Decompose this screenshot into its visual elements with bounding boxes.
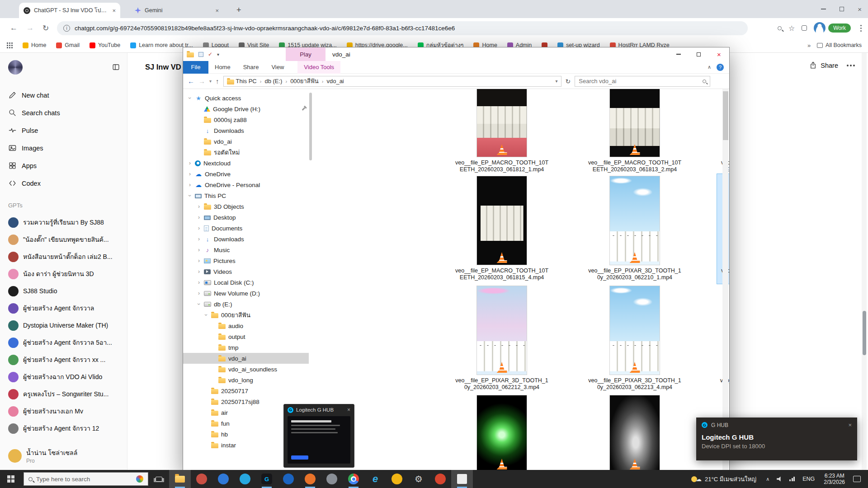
minimize-icon[interactable] [821, 9, 826, 9]
taskbar-app-firefox[interactable] [299, 470, 321, 488]
tree-item[interactable]: รอตัดใหม่ [183, 147, 309, 158]
taskbar-app-settings[interactable]: ⚙ [408, 470, 429, 488]
tree-item[interactable]: ›↓Downloads [183, 234, 309, 244]
bookmark-star-icon[interactable]: ☆ [788, 24, 795, 33]
account-footer[interactable]: น้ำน่าน โซล่าเซลล์ Pro [0, 443, 127, 469]
explorer-titlebar[interactable]: ✓ ▾ Play vdo_ai × [183, 47, 729, 61]
tab-file[interactable]: File [183, 61, 208, 74]
gpt-item[interactable]: SJ88 Studio [0, 282, 127, 300]
tree-item[interactable]: audio [183, 320, 309, 331]
file-item[interactable] [584, 393, 685, 473]
back-icon[interactable]: ← [10, 23, 18, 33]
tree-item[interactable]: Google Drive (H:) [183, 103, 309, 114]
breadcrumb-dropdown-icon[interactable]: ▾ [556, 79, 558, 84]
gpt-item[interactable]: ผู้ช่วยสร้างนางเอก Mv [0, 403, 127, 420]
conversation-menu-icon[interactable] [850, 65, 852, 66]
new-tab-button[interactable]: + [236, 5, 241, 15]
gpt-item[interactable]: ผู้ช่วยสร้าง Agent จักรวา xx ... [0, 351, 127, 368]
tree-item[interactable]: ›☁OneDrive - Personal [183, 179, 309, 190]
tab-share[interactable]: Share [237, 61, 265, 74]
gpt-item[interactable]: ผู้ช่วยสร้างฉาก VDO Ai Vlido [0, 368, 127, 385]
file-item[interactable]: veo__file_EP_MACRO_TOOTH_10TEETH_2026020… [451, 174, 552, 284]
profile-chip[interactable]: Work [814, 22, 851, 34]
tree-expander-icon[interactable]: › [197, 258, 201, 264]
taskbar-app-logitech-ghub[interactable]: G [256, 470, 278, 488]
explorer-search-box[interactable] [575, 76, 710, 87]
file-item[interactable]: veo__file_EP_MACRO_TOOTH_10TEETH_2026020… [451, 89, 552, 176]
weather-widget[interactable]: ☁ 21°C มีเมฆส่วนใหญ่ [686, 474, 762, 484]
tree-item[interactable]: ↓Downloads [183, 125, 309, 136]
tab-close-icon[interactable]: × [112, 7, 116, 14]
tree-expander-icon[interactable]: › [197, 268, 201, 275]
sidebar-item-apps[interactable]: Apps [0, 157, 127, 174]
tree-expander-icon[interactable]: › [197, 203, 201, 210]
tree-item[interactable]: output [183, 331, 309, 342]
taskbar-app-app-orange[interactable] [429, 470, 451, 488]
breadcrumb-segment[interactable]: This PC [236, 78, 257, 84]
task-view-button[interactable] [148, 470, 169, 488]
forward-icon[interactable]: → [198, 77, 205, 85]
gpt-item[interactable]: "น้องตั๊ก" เขียนบทพูดขายสินค้... [0, 231, 127, 248]
taskbar-app-chrome[interactable] [343, 470, 364, 488]
site-info-icon[interactable]: i [63, 25, 70, 32]
recent-locations-icon[interactable]: ▾ [209, 79, 212, 84]
sidebar-item-search-chats[interactable]: Search chats [0, 104, 127, 122]
browser-menu-icon[interactable] [860, 28, 862, 29]
tree-item[interactable]: ›♪Music [183, 244, 309, 255]
taskbar-app-app-blue[interactable] [278, 470, 299, 488]
workspace-logo[interactable] [8, 60, 23, 75]
tree-item[interactable]: 0000sj za88 [183, 114, 309, 125]
close-icon[interactable]: × [709, 47, 729, 61]
tree-expander-icon[interactable]: › [197, 279, 201, 286]
breadcrumb[interactable]: This PC›db (E:)›000ยาสีฟัน›vdo_ai▾ [223, 76, 561, 87]
tree-item[interactable]: ›Documents [183, 223, 309, 234]
qat-icon-1[interactable] [198, 52, 203, 57]
tree-expander-icon[interactable]: › [187, 193, 193, 198]
help-icon[interactable]: ? [717, 64, 724, 71]
tab-close-icon[interactable]: × [215, 7, 219, 14]
collapse-ribbon-icon[interactable]: ∧ [708, 64, 711, 70]
tree-item[interactable]: ›New Volume (D:) [183, 288, 309, 299]
tree-item[interactable]: vdo_ai [183, 136, 309, 147]
tree-item[interactable]: ›Nextcloud [183, 158, 309, 169]
ghub-taskbar-preview[interactable]: G Logitech G HUB × [283, 404, 354, 468]
extensions-icon[interactable] [802, 25, 807, 31]
sidebar-toggle-icon[interactable] [112, 63, 120, 71]
tree-expander-icon[interactable]: › [197, 247, 201, 253]
action-center-icon[interactable] [853, 476, 861, 482]
back-icon[interactable]: ← [188, 77, 194, 85]
taskbar-app-file-explorer[interactable] [169, 470, 191, 488]
tab-chatgpt[interactable]: ChatGPT - SJ lnw VDO โปรแกรมส... × [19, 3, 120, 18]
bookmark-item[interactable]: YouTube [90, 42, 120, 48]
search-highlights-icon[interactable] [136, 475, 143, 483]
network-icon[interactable] [789, 477, 795, 481]
tree-item[interactable]: ›★Quick access [183, 93, 309, 103]
all-bookmarks-button[interactable]: All Bookmarks [817, 42, 862, 48]
close-icon[interactable]: × [858, 6, 862, 13]
address-bar[interactable]: i chatgpt.com/g/g-69724e705590819182b49b… [57, 21, 748, 35]
taskbar-search-box[interactable] [24, 472, 148, 486]
tree-item[interactable]: vdo_ai_soundless [183, 364, 309, 375]
reload-icon[interactable]: ↻ [42, 23, 49, 33]
tree-item[interactable]: ›3D Objects [183, 201, 309, 212]
language-indicator[interactable]: ENG [798, 476, 819, 482]
taskbar-app-app-red[interactable] [191, 470, 212, 488]
tree-item[interactable]: 20250717 [183, 385, 309, 396]
taskbar-app-internet-explorer[interactable]: e [364, 470, 386, 488]
tree-expander-icon[interactable]: › [188, 160, 192, 166]
taskbar-search-input[interactable] [36, 476, 132, 483]
gpt-item[interactable]: ผู้ช่วยสร้าง Agent จักรวา 12 [0, 420, 127, 437]
scrollbar-thumb[interactable] [723, 91, 728, 140]
file-item[interactable] [451, 393, 552, 473]
clock[interactable]: 6:23 AM 2/3/2026 [819, 473, 849, 485]
hidden-icons-chevron[interactable]: ∧ [762, 476, 774, 482]
tree-item[interactable]: ›Local Disk (C:) [183, 277, 309, 288]
tree-expander-icon[interactable]: › [197, 290, 201, 296]
breadcrumb-segment[interactable]: db (E:) [264, 78, 282, 84]
taskbar-app-active-app[interactable] [451, 470, 473, 488]
tree-item[interactable]: ›Pictures [183, 255, 309, 266]
tree-item[interactable]: ›This PC [183, 190, 309, 201]
notification-toast[interactable]: G G HUB × Logitech G HUB Device DPI set … [696, 418, 857, 460]
qat-icon-2[interactable]: ✓ [208, 51, 212, 57]
bookmark-overflow-icon[interactable]: » [807, 42, 811, 49]
